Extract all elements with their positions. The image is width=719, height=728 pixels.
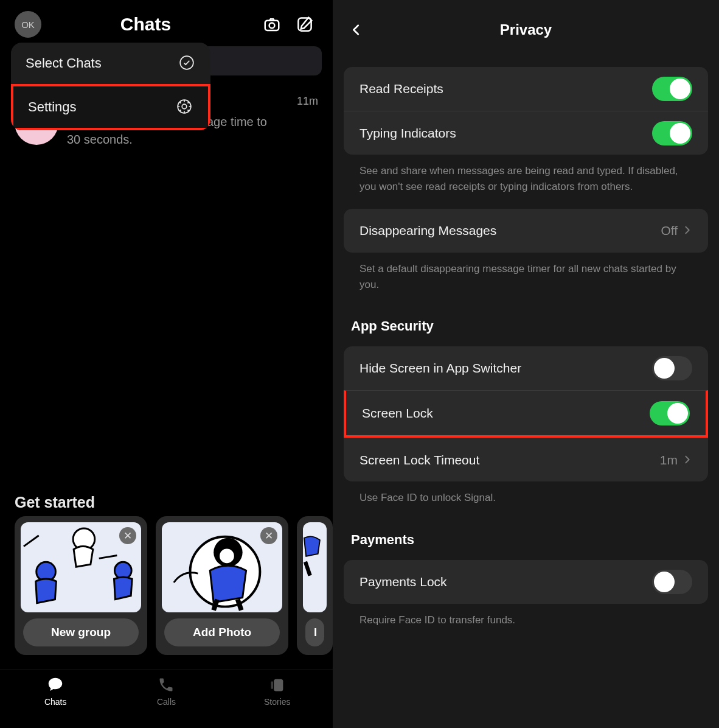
card-button[interactable]: Add Photo (164, 618, 280, 646)
row-read-receipts[interactable]: Read Receipts (344, 67, 708, 111)
card-button[interactable]: New group (23, 618, 139, 646)
compose-icon (296, 15, 314, 33)
row-typing-indicators[interactable]: Typing Indicators (344, 111, 708, 155)
menu-select-chats[interactable]: Select Chats (11, 43, 210, 84)
tab-label: Chats (44, 697, 67, 707)
row-label: Disappearing Messages (360, 223, 496, 238)
toggle-read-receipts[interactable] (652, 77, 692, 101)
menu-item-label: Settings (28, 99, 77, 115)
toggle-screen-lock[interactable] (650, 401, 690, 425)
group-disappearing: Disappearing Messages Off (344, 209, 708, 253)
page-title: Chats (41, 14, 250, 35)
check-circle-icon (179, 55, 196, 72)
footer-disappearing: Set a default disappearing message timer… (344, 253, 708, 297)
svg-point-3 (180, 56, 193, 69)
row-hide-screen[interactable]: Hide Screen in App Switcher (344, 346, 708, 390)
row-label: Payments Lock (360, 575, 447, 589)
privacy-scroll[interactable]: Read Receipts Typing Indicators See and … (333, 57, 719, 644)
tab-calls[interactable]: Calls (111, 675, 221, 728)
stories-icon (268, 675, 287, 695)
privacy-header: Privacy (333, 0, 719, 57)
compose-button[interactable] (294, 13, 316, 35)
row-label: Typing Indicators (360, 126, 456, 141)
footer-faceid: Use Face ID to unlock Signal. (344, 481, 708, 509)
cards-row: ✕ New group ✕ (15, 516, 333, 655)
tab-bar: Chats Calls Stories (0, 670, 333, 728)
svg-rect-13 (271, 681, 273, 689)
privacy-screen: Privacy Read Receipts Typing Indicators … (333, 0, 719, 728)
row-label: Hide Screen in App Switcher (360, 361, 521, 376)
chevron-right-icon (683, 223, 692, 238)
row-value-text: Off (661, 223, 678, 238)
group-receipts: Read Receipts Typing Indicators (344, 67, 708, 155)
card-illustration (303, 522, 327, 612)
close-icon[interactable]: ✕ (260, 527, 277, 544)
card-button[interactable]: I (305, 618, 324, 646)
svg-rect-12 (274, 679, 283, 691)
tab-chats[interactable]: Chats (0, 675, 111, 728)
row-label: Read Receipts (360, 82, 443, 96)
group-payments: Payments Lock (344, 560, 708, 604)
tab-label: Stories (264, 697, 291, 707)
row-screen-lock-timeout[interactable]: Screen Lock Timeout 1m (344, 438, 708, 481)
close-icon[interactable]: ✕ (119, 527, 136, 544)
toggle-payments-lock[interactable] (652, 570, 692, 594)
svg-point-1 (269, 23, 275, 29)
svg-point-11 (220, 549, 234, 564)
tab-stories[interactable]: Stories (222, 675, 333, 728)
get-started-section: Get started ✕ New group (15, 494, 333, 655)
row-screen-lock[interactable]: Screen Lock (344, 390, 708, 438)
context-menu: Select Chats Settings (11, 43, 210, 130)
row-value-text: 1m (660, 453, 678, 467)
section-app-security: App Security (344, 296, 708, 337)
chat-time: 11m (297, 90, 318, 149)
card-partial[interactable]: I (297, 516, 333, 655)
phone-icon (156, 675, 176, 695)
footer-payments: Require Face ID to transfer funds. (344, 604, 708, 632)
row-payments-lock[interactable]: Payments Lock (344, 560, 708, 604)
group-app-security: Hide Screen in App Switcher Screen Lock … (344, 346, 708, 481)
row-label: Screen Lock Timeout (360, 453, 479, 467)
toggle-typing-indicators[interactable] (652, 121, 692, 145)
menu-item-label: Select Chats (26, 55, 102, 71)
chevron-left-icon (350, 23, 363, 37)
card-add-photo[interactable]: ✕ Add Photo (156, 516, 288, 655)
menu-settings[interactable]: Settings (11, 84, 210, 130)
page-title: Privacy (366, 21, 686, 38)
chats-screen: OK Chats sage time to 30 seconds. 11m Se… (0, 0, 333, 728)
profile-avatar[interactable]: OK (15, 11, 41, 38)
chevron-right-icon (683, 453, 692, 467)
chats-header: OK Chats (0, 0, 333, 46)
get-started-title: Get started (15, 494, 333, 511)
camera-icon (263, 15, 281, 33)
svg-point-5 (182, 104, 187, 109)
back-button[interactable] (347, 21, 366, 39)
chat-bubble-icon (46, 675, 65, 695)
tab-label: Calls (157, 697, 176, 707)
row-disappearing-messages[interactable]: Disappearing Messages Off (344, 209, 708, 253)
gear-icon (176, 99, 193, 116)
svg-rect-0 (265, 21, 279, 30)
section-payments: Payments (344, 510, 708, 550)
toggle-hide-screen[interactable] (652, 356, 692, 380)
camera-button[interactable] (261, 13, 283, 35)
footer-receipts: See and share when messages are being re… (344, 155, 708, 199)
card-new-group[interactable]: ✕ New group (15, 516, 147, 655)
row-label: Screen Lock (362, 406, 433, 421)
